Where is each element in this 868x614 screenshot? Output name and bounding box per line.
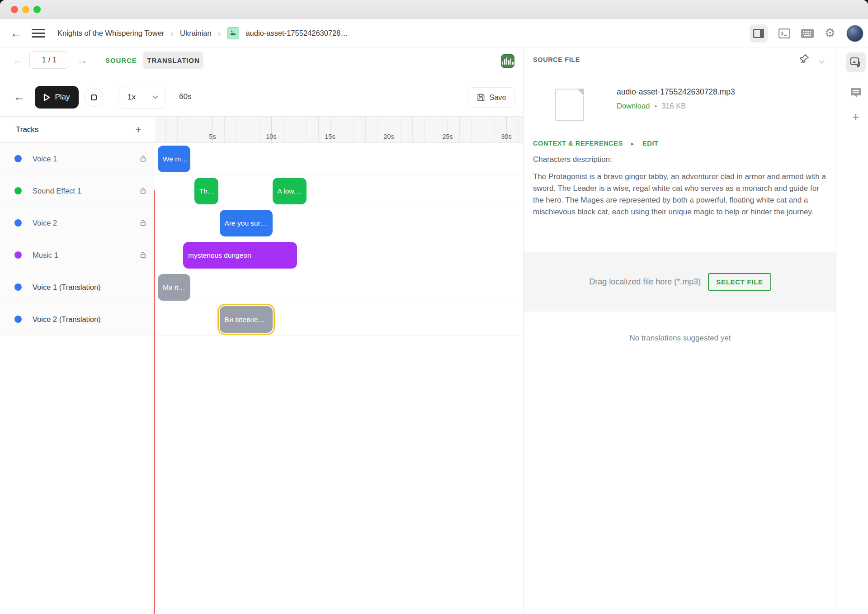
- add-track-button[interactable]: +: [135, 123, 142, 136]
- file-size: 316 KB: [661, 102, 686, 110]
- chevron-right-icon: ›: [218, 28, 221, 38]
- timeline-editor: ← 1 / 1 → SOURCE TRANSLATION ← Play 1x 6…: [0, 47, 524, 614]
- time-ruler[interactable]: 5s10s15s20s25s30s: [155, 116, 524, 143]
- track-label: Voice 2 (Translation): [33, 315, 101, 324]
- back-button[interactable]: ←: [10, 26, 23, 40]
- ruler-label: 10s: [266, 133, 276, 140]
- panel-title: SOURCE FILE: [533, 56, 580, 63]
- ruler-tick: [471, 117, 472, 142]
- no-translations-message: No translations suggested yet: [524, 334, 836, 343]
- track-lock-button[interactable]: [139, 187, 147, 195]
- playback-speed-select[interactable]: 1x: [118, 86, 165, 109]
- localized-file-dropzone[interactable]: Drag localized file here (*.mp3) SELECT …: [524, 252, 836, 312]
- track-header-cell[interactable]: Sound Effect 1: [0, 175, 155, 207]
- lock-icon: [139, 155, 147, 163]
- track-lock-button[interactable]: [139, 155, 147, 163]
- ruler-tick: [354, 117, 354, 142]
- track-header-cell[interactable]: Voice 2: [0, 207, 155, 239]
- ruler-tick: [318, 117, 319, 142]
- audio-clip[interactable]: mysterious dungeon: [183, 242, 297, 269]
- tab-source[interactable]: SOURCE: [105, 52, 137, 69]
- ruler-tick: [189, 117, 189, 142]
- add-panel-button[interactable]: +: [846, 107, 866, 127]
- ruler-tick: [459, 117, 460, 142]
- ruler-tick: [365, 117, 366, 142]
- close-window-button[interactable]: [11, 6, 18, 13]
- ruler-tick: [259, 117, 260, 142]
- track-lock-button[interactable]: [139, 251, 147, 259]
- pager-value[interactable]: 1 / 1: [29, 51, 69, 69]
- ruler-tick: [495, 117, 495, 142]
- media-asset-icon: [850, 57, 862, 68]
- characters-description-label: Characters description:: [533, 155, 612, 164]
- play-button[interactable]: Play: [35, 86, 79, 109]
- minimize-window-button[interactable]: [22, 6, 29, 13]
- chevron-down-icon[interactable]: [819, 57, 825, 66]
- ruler-label: 5s: [209, 133, 216, 140]
- audio-clip[interactable]: Ви впевне…: [220, 306, 273, 333]
- ruler-tick: [307, 117, 307, 142]
- pager-prev-icon[interactable]: ←: [13, 54, 24, 66]
- toolbar: ← Knights of the Whispering Tower › Ukra…: [0, 19, 868, 47]
- media-asset-panel-button[interactable]: [846, 52, 866, 72]
- track-header-cell[interactable]: Voice 1 (Translation): [0, 271, 155, 303]
- comments-panel-button[interactable]: [846, 83, 866, 103]
- file-meta: Download • 316 KB: [617, 102, 686, 110]
- breadcrumb-asset[interactable]: audio-asset-1755242630728…: [245, 29, 348, 38]
- ruler-tick: [283, 117, 283, 142]
- ruler-label: 25s: [442, 133, 453, 140]
- keyboard-icon[interactable]: [801, 29, 814, 38]
- chevron-down-icon: [152, 95, 158, 99]
- ruler-tick: [518, 117, 519, 142]
- track-header-cell[interactable]: Music 1: [0, 239, 155, 271]
- pin-icon[interactable]: [799, 53, 810, 66]
- track-label: Voice 1: [33, 155, 57, 163]
- asset-thumbnail-icon: [227, 27, 239, 39]
- audio-clip[interactable]: We m…: [158, 146, 190, 172]
- ruler-tick: [248, 117, 248, 142]
- track-color-dot: [14, 283, 22, 291]
- timeline-duration: 60s: [179, 92, 191, 101]
- track-color-dot: [14, 155, 22, 162]
- pager-next-icon[interactable]: →: [77, 54, 88, 66]
- lock-icon: [139, 251, 147, 259]
- menu-icon[interactable]: [32, 29, 45, 38]
- meta-separator: •: [654, 102, 657, 110]
- terminal-icon[interactable]: [778, 28, 790, 38]
- titlebar: [0, 0, 868, 19]
- track-color-dot: [14, 219, 22, 227]
- toggle-side-panel-button[interactable]: [750, 24, 768, 43]
- track-label: Music 1: [33, 251, 58, 260]
- zoom-window-button[interactable]: [33, 6, 41, 13]
- breadcrumb-language[interactable]: Ukrainian: [180, 29, 212, 38]
- user-avatar[interactable]: [846, 25, 863, 42]
- context-references-row: CONTEXT & REFERENCES ▸ EDIT: [533, 140, 659, 147]
- edit-link[interactable]: EDIT: [642, 140, 658, 147]
- track-lock-button[interactable]: [139, 219, 147, 227]
- transport-back-icon[interactable]: ←: [14, 90, 25, 104]
- ruler-label: 15s: [325, 133, 335, 140]
- audio-waveform-badge-icon[interactable]: [501, 54, 514, 68]
- track-header-cell[interactable]: Voice 2 (Translation): [0, 303, 155, 335]
- track-label: Voice 2: [33, 219, 57, 227]
- tab-translation[interactable]: TRANSLATION: [143, 52, 203, 69]
- chevron-right-icon: ›: [170, 28, 174, 38]
- save-button[interactable]: Save: [468, 87, 515, 108]
- playhead[interactable]: [154, 190, 155, 614]
- stop-button[interactable]: [84, 88, 103, 107]
- download-link[interactable]: Download: [617, 102, 650, 110]
- track-header-cell[interactable]: Voice 1: [0, 143, 155, 175]
- settings-gear-icon[interactable]: ⚙: [825, 27, 835, 39]
- audio-clip[interactable]: Th…: [194, 178, 218, 204]
- dropzone-hint: Drag localized file here (*.mp3): [589, 277, 701, 287]
- audio-clip[interactable]: Ми п…: [158, 274, 190, 301]
- ruler-tick: [295, 117, 295, 142]
- ruler-tick: [236, 117, 236, 142]
- audio-clip[interactable]: A low,…: [273, 178, 307, 204]
- select-file-button[interactable]: SELECT FILE: [708, 273, 771, 291]
- comment-icon: [850, 87, 862, 98]
- breadcrumb-project[interactable]: Knights of the Whispering Tower: [57, 29, 164, 38]
- track-label: Voice 1 (Translation): [33, 283, 101, 292]
- audio-clip[interactable]: Are you sur…: [220, 210, 273, 236]
- context-references-link[interactable]: CONTEXT & REFERENCES: [533, 140, 623, 147]
